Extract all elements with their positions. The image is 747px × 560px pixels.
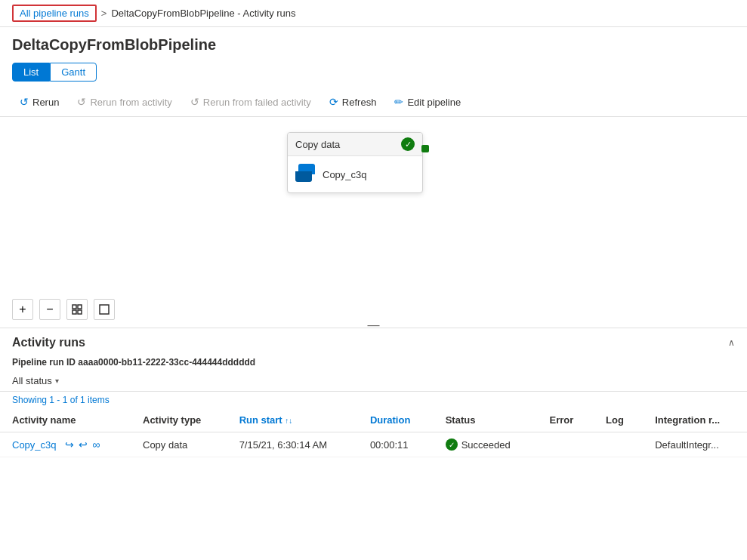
chevron-down-icon: ▾: [55, 377, 59, 385]
td-integration-runtime: DefaultIntegr...: [643, 432, 747, 457]
status-success-icon: ✓: [446, 438, 458, 451]
activity-runs-table-wrapper: Activity name Activity type Run start ↑↓…: [0, 408, 747, 457]
refresh-label: Refresh: [342, 97, 377, 108]
refresh-icon: ⟳: [329, 96, 338, 108]
td-status: ✓ Succeeded: [434, 432, 538, 457]
output-action-icon[interactable]: ↩: [79, 438, 88, 451]
fit-view-button[interactable]: [66, 299, 88, 320]
collapse-button[interactable]: ∧: [728, 337, 735, 348]
svg-rect-4: [100, 305, 109, 314]
svg-rect-0: [73, 305, 76, 309]
svg-rect-1: [78, 305, 82, 309]
activity-card-title: Copy data: [295, 139, 340, 150]
zoom-in-button[interactable]: +: [12, 299, 33, 320]
section-header: Activity runs ∧: [0, 328, 747, 354]
rerun-from-failed-label: Rerun from failed activity: [203, 97, 311, 108]
edit-pipeline-label: Edit pipeline: [407, 97, 461, 108]
activity-card[interactable]: Copy data ✓ Copy_c3q: [287, 132, 423, 193]
rerun-label: Rerun: [32, 97, 59, 108]
copy-data-icon: [295, 164, 316, 185]
col-duration[interactable]: Duration: [358, 408, 434, 432]
zoom-out-button[interactable]: −: [39, 299, 60, 320]
breadcrumb-all-runs[interactable]: All pipeline runs: [12, 5, 97, 22]
rerun-icon: ↺: [20, 96, 29, 108]
list-view-button[interactable]: List: [12, 63, 50, 82]
svg-rect-3: [78, 310, 82, 314]
view-toggle: List Gantt: [0, 60, 747, 88]
col-status: Status: [434, 408, 538, 432]
status-label: Succeeded: [461, 439, 511, 451]
breadcrumb-current: DeltaCopyFromBlobPipeline - Activity run…: [111, 8, 295, 19]
rerun-from-failed-icon: ↺: [190, 96, 199, 108]
page-title: DeltaCopyFromBlobPipeline: [0, 27, 747, 60]
rerun-button[interactable]: ↺ Rerun: [12, 92, 66, 112]
edit-pipeline-button[interactable]: ✏ Edit pipeline: [387, 92, 468, 112]
col-activity-name: Activity name: [0, 408, 131, 432]
td-activity-type: Copy data: [131, 432, 227, 457]
svg-rect-2: [73, 310, 76, 314]
breadcrumb: All pipeline runs > DeltaCopyFromBlobPip…: [0, 0, 747, 27]
sort-icon: ↑↓: [285, 417, 292, 425]
status-filter-label: All status: [12, 375, 52, 386]
edit-icon: ✏: [394, 96, 403, 108]
activity-card-header: Copy data ✓: [288, 133, 422, 156]
section-title: Activity runs: [12, 336, 85, 349]
col-run-start[interactable]: Run start ↑↓: [227, 408, 358, 432]
col-log: Log: [594, 408, 643, 432]
refresh-button[interactable]: ⟳ Refresh: [322, 92, 384, 112]
table-row: Copy_c3q ↪ ↩ ∞ Copy data 7/15/21, 6:30:1…: [0, 432, 747, 457]
activity-card-body: Copy_c3q: [288, 156, 422, 192]
status-filter-bar: All status ▾: [0, 371, 747, 392]
rerun-from-activity-label: Rerun from activity: [90, 97, 171, 108]
pipeline-canvas: Copy data ✓ Copy_c3q + −: [0, 117, 747, 328]
pipeline-run-id: Pipeline run ID aaaa0000-bb11-2222-33cc-…: [0, 354, 747, 371]
table-header-row: Activity name Activity type Run start ↑↓…: [0, 408, 747, 432]
activity-runs-table: Activity name Activity type Run start ↑↓…: [0, 408, 747, 457]
col-integration-runtime: Integration r...: [643, 408, 747, 432]
breadcrumb-separator: >: [101, 8, 107, 19]
td-log: [594, 432, 643, 457]
rerun-from-activity-button[interactable]: ↺ Rerun from activity: [69, 92, 179, 112]
td-error: [538, 432, 594, 457]
td-duration: 00:00:11: [358, 432, 434, 457]
connector-dot: [421, 145, 429, 152]
td-run-start: 7/15/21, 6:30:14 AM: [227, 432, 358, 457]
input-action-icon[interactable]: ↪: [65, 438, 74, 451]
activity-runs-section: Activity runs ∧ Pipeline run ID aaaa0000…: [0, 328, 747, 457]
activity-name: Copy_c3q: [323, 169, 367, 180]
canvas-controls: + −: [12, 299, 115, 320]
activity-name-link[interactable]: Copy_c3q: [12, 439, 57, 451]
pipeline-run-id-value: aaaa0000-bb11-2222-33cc-444444dddddd: [78, 357, 255, 368]
rerun-from-failed-button[interactable]: ↺ Rerun from failed activity: [183, 92, 319, 112]
pipeline-run-id-label: Pipeline run ID: [12, 357, 76, 368]
activity-success-icon: ✓: [401, 137, 415, 151]
rerun-from-activity-icon: ↺: [77, 96, 86, 108]
toolbar: ↺ Rerun ↺ Rerun from activity ↺ Rerun fr…: [0, 88, 747, 117]
status-filter-button[interactable]: All status ▾: [12, 375, 59, 386]
col-activity-type: Activity type: [131, 408, 227, 432]
showing-count: Showing 1 - 1 of 1 items: [0, 392, 747, 408]
expand-button[interactable]: [94, 299, 115, 320]
col-error: Error: [538, 408, 594, 432]
link-action-icon[interactable]: ∞: [92, 438, 100, 451]
drag-handle[interactable]: [359, 323, 389, 328]
td-activity-name: Copy_c3q ↪ ↩ ∞: [0, 432, 131, 457]
gantt-view-button[interactable]: Gantt: [50, 63, 97, 82]
